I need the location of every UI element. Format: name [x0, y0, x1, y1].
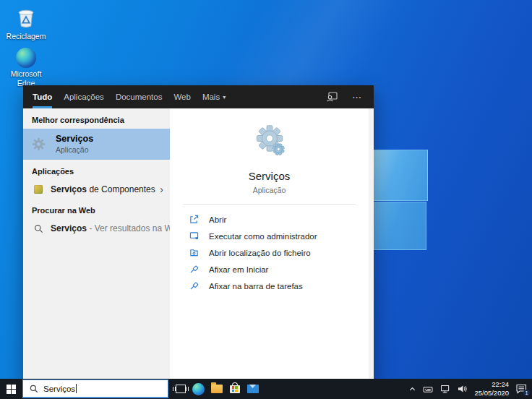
task-view-button[interactable] — [171, 379, 189, 399]
tab-documentos[interactable]: Documentos — [116, 85, 163, 108]
desktop-icon-recycle-bin[interactable]: Reciclagem — [0, 6, 52, 41]
open-icon — [189, 214, 200, 225]
divider — [183, 204, 356, 205]
notification-badge: 1 — [523, 390, 530, 396]
search-icon — [33, 224, 44, 233]
result-web-search[interactable]: Serviços - Ver resultados na Web › — [23, 219, 170, 238]
more-options-icon[interactable]: ⋯ — [352, 92, 362, 103]
wallpaper-logo-pane-top — [372, 150, 428, 201]
recycle-bin-icon — [14, 6, 38, 30]
action-list: Abrir Executar como administrador — [170, 211, 369, 294]
tab-tudo[interactable]: Tudo — [33, 85, 52, 108]
action-label: Abrir — [209, 215, 226, 224]
result-label: Serviços de Componentes — [51, 184, 155, 194]
best-match-header: Melhor correspondência — [32, 116, 161, 124]
tray-network-icon[interactable] — [440, 385, 451, 393]
pin-icon — [189, 264, 200, 275]
services-gear-icon-large — [253, 124, 286, 158]
edge-icon — [16, 48, 36, 68]
services-gear-icon — [31, 137, 46, 152]
action-center-button[interactable]: 1 — [515, 383, 528, 395]
windows-logo-icon — [7, 385, 16, 394]
tray-keyboard-icon[interactable] — [423, 385, 434, 393]
folder-icon — [211, 385, 223, 393]
chevron-down-icon: ▾ — [223, 94, 226, 100]
desktop-icon-edge[interactable]: Microsoft Edge — [0, 48, 52, 87]
tab-mais-label: Mais — [202, 93, 220, 101]
action-pin-to-start[interactable]: Afixar em Iniciar — [170, 261, 369, 278]
clock[interactable]: 22:24 25/05/2020 — [474, 380, 509, 398]
action-label: Executar como administrador — [209, 232, 317, 241]
search-results-panel: Melhor correspondência Serviç — [23, 108, 170, 379]
edge-taskbar-button[interactable] — [189, 379, 207, 399]
action-label: Afixar em Iniciar — [209, 265, 268, 274]
text-cursor — [76, 384, 77, 393]
recycle-bin-label: Reciclagem — [7, 32, 46, 41]
chevron-right-icon[interactable]: › — [160, 184, 163, 194]
file-explorer-button[interactable] — [207, 379, 226, 399]
apps-section-header: Aplicações — [32, 167, 161, 176]
search-icon — [30, 385, 38, 393]
taskbar-search-input[interactable]: Serviços — [22, 379, 168, 398]
app-subtitle: Aplicação — [253, 186, 286, 194]
best-match-result[interactable]: Serviços Aplicação — [23, 129, 170, 160]
action-label: Afixar na barra de tarefas — [209, 282, 303, 291]
account-icon[interactable] — [326, 92, 338, 102]
action-run-as-admin[interactable]: Executar como administrador — [170, 228, 369, 244]
pin-icon — [189, 280, 200, 291]
result-label: Serviços - Ver resultados na Web — [51, 223, 182, 233]
action-pin-to-taskbar[interactable]: Afixar na barra de tarefas — [170, 278, 369, 294]
clock-date: 25/05/2020 — [474, 389, 509, 397]
scrollbar[interactable] — [369, 108, 374, 379]
task-view-icon — [176, 385, 186, 393]
tray-chevron-up-icon[interactable] — [408, 385, 416, 393]
clock-time: 22:24 — [492, 380, 509, 388]
mail-icon — [247, 385, 259, 393]
result-component-services[interactable]: Serviços de Componentes › — [23, 180, 170, 199]
preview-panel: Serviços Aplicação Abrir — [170, 108, 369, 379]
tab-mais[interactable]: Mais▾ — [202, 85, 226, 108]
system-tray: 22:24 25/05/2020 1 — [408, 380, 532, 398]
start-button[interactable] — [0, 379, 22, 399]
search-flyout-window: Tudo Aplicações Documentos Web Mais▾ ⋯ — [23, 85, 374, 379]
action-label: Abrir localização do ficheiro — [209, 249, 311, 257]
app-title: Serviços — [249, 170, 291, 182]
wallpaper-logo-pane-bottom — [372, 202, 426, 250]
taskbar: Serviços — [0, 379, 532, 399]
store-button[interactable] — [226, 379, 244, 399]
tray-volume-icon[interactable] — [458, 385, 468, 393]
tab-aplicacoes[interactable]: Aplicações — [64, 85, 104, 108]
edge-icon — [192, 383, 205, 395]
run-as-admin-icon — [189, 231, 200, 241]
search-tabs-bar: Tudo Aplicações Documentos Web Mais▾ ⋯ — [23, 85, 374, 108]
action-open[interactable]: Abrir — [170, 211, 369, 228]
best-match-title: Serviços — [56, 134, 93, 145]
file-location-icon — [189, 247, 200, 258]
tab-web[interactable]: Web — [173, 85, 190, 108]
component-services-icon — [34, 185, 43, 194]
search-input-value: Serviços — [43, 385, 75, 393]
mail-button[interactable] — [244, 379, 262, 399]
web-section-header: Procurar na Web — [32, 206, 161, 215]
best-match-subtitle: Aplicação — [56, 145, 93, 155]
desktop: Reciclagem Microsoft Edge Tudo Aplicaçõe… — [0, 0, 532, 399]
store-icon — [230, 385, 240, 393]
action-open-file-location[interactable]: Abrir localização do ficheiro — [170, 244, 369, 261]
